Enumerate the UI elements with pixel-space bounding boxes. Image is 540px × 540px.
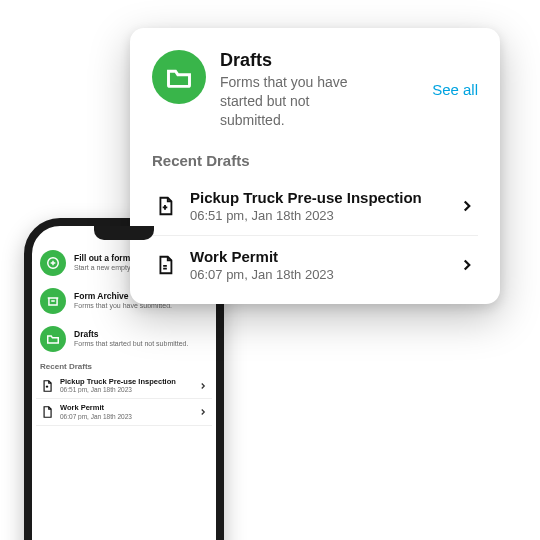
card-subtitle: Forms that you have started but not subm… — [220, 73, 370, 130]
drafts-card: Drafts Forms that you have started but n… — [130, 28, 500, 304]
card-title: Drafts — [220, 50, 418, 71]
menu-item-title: Drafts — [74, 330, 208, 340]
phone-draft-item[interactable]: Pickup Truck Pre-use Inspection 06:51 pm… — [36, 373, 212, 399]
phone-section-header: Recent Drafts — [36, 358, 212, 373]
folder-icon — [40, 326, 66, 352]
document-plus-icon — [154, 195, 176, 217]
see-all-link[interactable]: See all — [432, 81, 478, 98]
card-section-header: Recent Drafts — [152, 152, 478, 169]
plus-circle-icon — [40, 250, 66, 276]
draft-time: 06:07 pm, Jan 18th 2023 — [190, 267, 444, 282]
document-icon — [40, 405, 54, 419]
phone-draft-title: Pickup Truck Pre-use Inspection — [60, 378, 192, 386]
phone-draft-item[interactable]: Work Permit 06:07 pm, Jan 18th 2023 — [36, 399, 212, 425]
menu-item-drafts[interactable]: Drafts Forms that started but not submit… — [36, 320, 212, 358]
draft-title: Pickup Truck Pre-use Inspection — [190, 189, 444, 206]
draft-item[interactable]: Work Permit 06:07 pm, Jan 18th 2023 — [152, 236, 478, 294]
menu-item-subtitle: Forms that started but not submitted. — [74, 340, 208, 348]
chevron-right-icon — [198, 381, 208, 391]
draft-time: 06:51 pm, Jan 18th 2023 — [190, 208, 444, 223]
document-plus-icon — [40, 379, 54, 393]
archive-icon — [40, 288, 66, 314]
chevron-right-icon — [458, 256, 476, 274]
folder-icon — [152, 50, 206, 104]
phone-draft-title: Work Permit — [60, 404, 192, 412]
card-title-block: Drafts Forms that you have started but n… — [220, 50, 418, 130]
chevron-right-icon — [458, 197, 476, 215]
document-icon — [154, 254, 176, 276]
phone-draft-time: 06:07 pm, Jan 18th 2023 — [60, 413, 192, 420]
chevron-right-icon — [198, 407, 208, 417]
phone-draft-time: 06:51 pm, Jan 18th 2023 — [60, 386, 192, 393]
draft-item[interactable]: Pickup Truck Pre-use Inspection 06:51 pm… — [152, 177, 478, 236]
draft-title: Work Permit — [190, 248, 444, 265]
card-header: Drafts Forms that you have started but n… — [152, 50, 478, 130]
